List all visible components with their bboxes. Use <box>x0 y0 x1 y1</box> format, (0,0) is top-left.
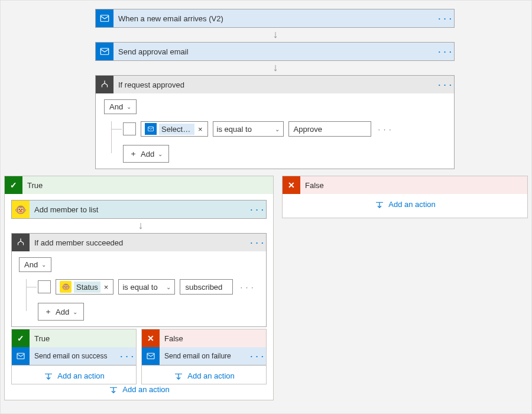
operator-dropdown[interactable]: is equal to ⌄ <box>213 121 284 137</box>
svg-rect-4 <box>147 353 154 358</box>
step-send-email-success[interactable]: Send email on success · · · <box>12 347 136 366</box>
branch-true-nested: ✓ True Send email on success · · · Add a… <box>11 329 137 384</box>
group-operator-label: And <box>109 102 123 111</box>
operand-token[interactable]: Selecte... × <box>141 121 208 137</box>
step-send-approval-email[interactable]: Send approval email · · · <box>95 42 455 61</box>
chevron-down-icon: ⌄ <box>126 104 131 110</box>
branch-title: True <box>22 181 43 190</box>
token-label: Selecte... <box>159 124 194 135</box>
add-row-button[interactable]: ＋ Add ⌄ <box>38 303 84 321</box>
plus-icon: ＋ <box>129 148 137 159</box>
branch-title: True <box>30 334 50 343</box>
operator-label: is equal to <box>217 125 252 134</box>
svg-rect-3 <box>17 353 24 358</box>
step-title: Send email on failure <box>160 352 248 360</box>
flow-canvas: When a new email arrives (V2) · · · Send… <box>0 0 532 414</box>
add-action-label: Add an action <box>122 385 170 394</box>
step-title: Send approval email <box>113 47 436 56</box>
plus-icon: ＋ <box>44 306 52 317</box>
operator-dropdown[interactable]: is equal to ⌄ <box>118 279 175 295</box>
step-title: When a new email arrives (V2) <box>113 14 436 23</box>
step-more-button[interactable]: · · · <box>118 352 136 361</box>
outlook-icon <box>96 43 113 60</box>
chevron-down-icon: ⌄ <box>166 284 171 290</box>
branch-false-nested: ✕ False Send email on failure · · · Add … <box>141 329 267 384</box>
step-more-button[interactable]: · · · <box>248 352 266 361</box>
token-remove-icon[interactable]: × <box>197 125 204 134</box>
operator-label: is equal to <box>122 283 157 292</box>
step-title: If add member succeeded <box>30 238 248 247</box>
branch-header-true: ✓ True <box>5 176 273 194</box>
outlook-icon <box>142 347 160 365</box>
branch-title: False <box>300 181 324 190</box>
x-icon: ✕ <box>283 176 300 194</box>
add-action-button[interactable]: Add an action <box>5 379 273 400</box>
group-operator-label: And <box>24 260 38 269</box>
condition-body: And ⌄ Selecte... × is equal to ⌄ <box>96 93 454 169</box>
add-row-button[interactable]: ＋ Add ⌄ <box>123 145 169 163</box>
arrow-icon <box>270 62 281 74</box>
step-more-button[interactable]: · · · <box>248 205 266 214</box>
token-remove-icon[interactable]: × <box>103 283 110 292</box>
arrow-icon <box>270 28 281 41</box>
add-action-button[interactable]: Add an action <box>283 194 527 215</box>
group-operator-dropdown[interactable]: And ⌄ <box>104 99 137 114</box>
step-more-button[interactable]: · · · <box>436 14 454 23</box>
value-input[interactable]: subscribed <box>180 279 233 295</box>
step-title: Add member to list <box>30 205 248 214</box>
svg-rect-0 <box>100 15 109 22</box>
outlook-icon <box>145 123 157 135</box>
row-checkbox[interactable] <box>38 280 51 293</box>
x-icon: ✕ <box>142 329 160 347</box>
step-if-add-member-succeeded[interactable]: If add member succeeded · · · And ⌄ 🐵 St… <box>11 233 267 327</box>
operand-token[interactable]: 🐵 Status × <box>56 279 113 295</box>
mailchimp-icon: 🐵 <box>60 281 72 293</box>
token-label: Status <box>74 282 100 293</box>
row-more-button[interactable]: · · · <box>238 283 256 292</box>
arrow-icon <box>135 219 147 232</box>
value-text: subscribed <box>185 283 222 292</box>
condition-body: And ⌄ 🐵 Status × is equal to ⌄ <box>12 251 266 326</box>
add-label: Add <box>56 308 69 316</box>
condition-icon <box>12 234 30 251</box>
branch-true: ✓ True 🐵 Add member to list · · · If add… <box>4 176 274 400</box>
check-icon: ✓ <box>12 329 30 347</box>
group-operator-dropdown[interactable]: And ⌄ <box>19 257 51 272</box>
add-label: Add <box>141 150 154 159</box>
step-when-email-arrives[interactable]: When a new email arrives (V2) · · · <box>95 9 455 28</box>
add-action-label: Add an action <box>388 200 436 209</box>
step-add-member-to-list[interactable]: 🐵 Add member to list · · · <box>11 200 267 219</box>
outlook-icon <box>96 9 113 27</box>
branch-false: ✕ False Add an action <box>282 176 528 218</box>
step-if-request-approved[interactable]: If request approved · · · And ⌄ Selecte.… <box>95 75 455 169</box>
value-text: Approve <box>294 125 322 134</box>
chevron-down-icon: ⌄ <box>275 126 280 132</box>
chevron-down-icon: ⌄ <box>158 151 163 157</box>
svg-rect-1 <box>100 48 109 55</box>
branch-header-false: ✕ False <box>142 329 266 347</box>
value-input[interactable]: Approve <box>288 121 371 137</box>
outlook-icon <box>12 347 30 365</box>
step-send-email-failure[interactable]: Send email on failure · · · <box>142 347 266 366</box>
step-more-button[interactable]: · · · <box>248 238 266 247</box>
condition-icon <box>96 76 113 93</box>
check-icon: ✓ <box>5 176 22 194</box>
step-more-button[interactable]: · · · <box>436 47 454 56</box>
branch-title: False <box>160 334 183 343</box>
condition-row: Selecte... × is equal to ⌄ Approve · · · <box>104 121 446 137</box>
chevron-down-icon: ⌄ <box>41 261 46 268</box>
chevron-down-icon: ⌄ <box>73 309 77 315</box>
mailchimp-icon: 🐵 <box>12 200 30 218</box>
row-more-button[interactable]: · · · <box>376 125 394 134</box>
step-title: Send email on success <box>30 352 118 360</box>
condition-row: 🐵 Status × is equal to ⌄ subscribed · · … <box>19 279 259 295</box>
step-more-button[interactable]: · · · <box>436 80 454 89</box>
row-checkbox[interactable] <box>123 122 136 135</box>
branch-header-true: ✓ True <box>12 329 136 347</box>
svg-rect-2 <box>148 127 154 131</box>
step-title: If request approved <box>113 80 436 89</box>
branch-header-false: ✕ False <box>283 176 527 194</box>
